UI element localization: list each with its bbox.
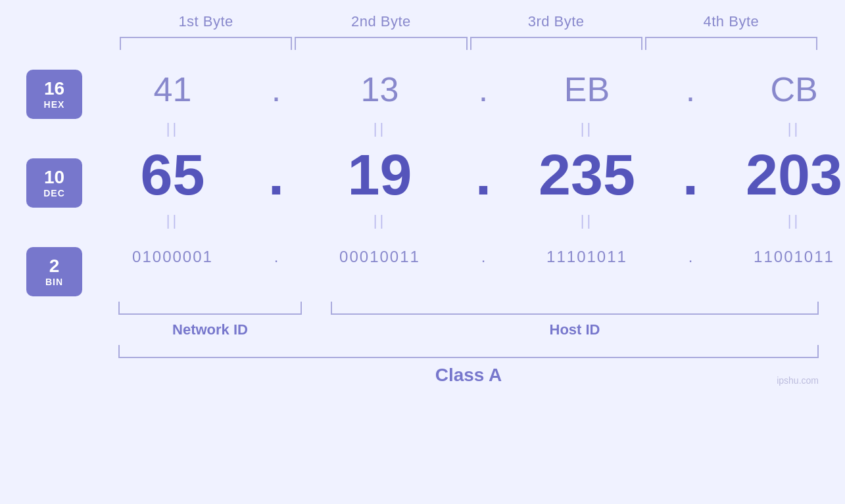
bin-dot-2: . — [470, 248, 496, 266]
dec-badge: 10 DEC — [26, 158, 82, 208]
byte-header-3: 3rd Byte — [469, 13, 644, 30]
bottom-brackets-row — [118, 302, 819, 315]
main-container: 1st Byte 2nd Byte 3rd Byte 4th Byte 16 H… — [26, 13, 819, 386]
values-area: 41 . 13 . EB . CB || || || || 65 — [82, 63, 845, 296]
equals-3: || — [496, 120, 677, 137]
bin-val-2: 00010011 — [289, 248, 470, 266]
bin-val-1: 01000001 — [82, 248, 263, 266]
dec-row: 65 . 19 . 235 . 203 — [82, 142, 845, 208]
network-bracket — [118, 302, 302, 315]
label-column: 16 HEX 10 DEC 2 BIN — [26, 63, 82, 296]
host-bracket — [331, 302, 819, 315]
dec-val-3: 235 — [496, 141, 677, 208]
bottom-section: Network ID Host ID — [118, 302, 819, 338]
hex-val-3: EB — [496, 70, 677, 109]
bin-val-3: 11101011 — [496, 248, 677, 266]
dec-name: DEC — [43, 188, 65, 198]
hex-row: 41 . 13 . EB . CB — [82, 63, 845, 116]
dec-dot-2: . — [470, 141, 496, 208]
bracket-top-2 — [295, 37, 467, 50]
equals2-3: || — [496, 212, 677, 229]
equals-4: || — [704, 120, 845, 137]
hex-number: 16 — [44, 79, 64, 99]
dot-2: . — [470, 70, 496, 109]
equals2-4: || — [704, 212, 845, 229]
top-brackets — [118, 37, 819, 50]
dec-dot-1: . — [263, 141, 289, 208]
bin-dot-3: . — [677, 248, 704, 266]
bin-badge: 2 BIN — [26, 247, 82, 296]
equals-row-1: || || || || — [82, 116, 845, 142]
dot-3: . — [677, 70, 704, 109]
bracket-top-4 — [645, 37, 817, 50]
dec-dot-3: . — [677, 141, 704, 208]
equals2-2: || — [289, 212, 470, 229]
network-id-label: Network ID — [118, 321, 302, 338]
hex-val-1: 41 — [82, 70, 263, 109]
equals-2: || — [289, 120, 470, 137]
hex-name: HEX — [44, 99, 65, 110]
hex-val-4: CB — [704, 70, 845, 109]
bin-dot-1: . — [263, 248, 289, 266]
dec-number: 10 — [44, 168, 64, 188]
bracket-top-1 — [120, 37, 292, 50]
dec-val-2: 19 — [289, 141, 470, 208]
dot-1: . — [263, 70, 289, 109]
bin-val-4: 11001011 — [704, 248, 845, 266]
byte-header-2: 2nd Byte — [293, 13, 468, 30]
hex-val-2: 13 — [289, 70, 470, 109]
bracket-top-3 — [470, 37, 642, 50]
class-section: Class A ipshu.com — [118, 345, 819, 386]
equals-row-2: || || || || — [82, 208, 845, 234]
equals2-1: || — [82, 212, 263, 229]
bin-number: 2 — [49, 256, 60, 277]
class-label: Class A — [435, 365, 502, 386]
id-labels-row: Network ID Host ID — [118, 321, 819, 338]
data-grid: 16 HEX 10 DEC 2 BIN 41 . 13 . EB . CB — [26, 63, 819, 296]
bin-row: 01000001 . 00010011 . 11101011 . 1100101… — [82, 234, 845, 280]
bin-name: BIN — [45, 277, 63, 287]
hex-badge: 16 HEX — [26, 70, 82, 119]
class-bracket — [118, 345, 819, 358]
host-id-label: Host ID — [331, 321, 819, 338]
dec-val-4: 203 — [704, 141, 845, 208]
byte-header-1: 1st Byte — [118, 13, 293, 30]
class-label-row: Class A ipshu.com — [118, 365, 819, 386]
equals-1: || — [82, 120, 263, 137]
byte-headers: 1st Byte 2nd Byte 3rd Byte 4th Byte — [118, 13, 819, 30]
byte-header-4: 4th Byte — [644, 13, 819, 30]
dec-val-1: 65 — [82, 141, 263, 208]
watermark: ipshu.com — [777, 375, 819, 386]
